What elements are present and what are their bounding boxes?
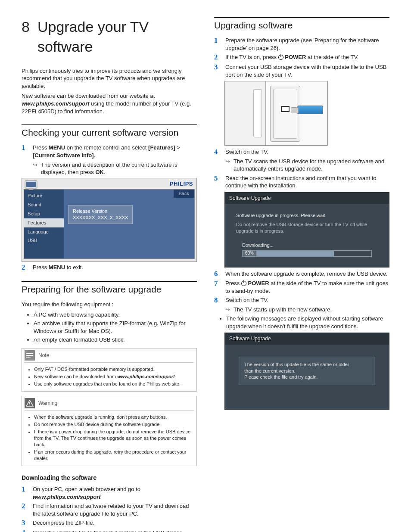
- step-number: 2: [22, 264, 28, 272]
- warning-label: Warning: [38, 400, 57, 407]
- software-upgrade-error-panel: Software Upgrade The version of this upd…: [224, 333, 389, 409]
- chapter-number: 8: [22, 17, 30, 37]
- svg-rect-2: [29, 189, 33, 190]
- svg-rect-1: [26, 182, 36, 187]
- chapter-title: 8 Upgrade your TV software: [22, 17, 197, 57]
- prep-bullets: A PC with web browsing capability. An ar…: [22, 311, 197, 344]
- menu-item-language: Language: [24, 227, 64, 236]
- chapter-title-text: Upgrade your TV software: [37, 17, 197, 57]
- release-version-tooltip: Release Version: XXXXXXX_XXX_X_XXXX: [68, 205, 133, 224]
- sw-panel-title: Software Upgrade: [225, 193, 389, 204]
- note-icon: [25, 350, 35, 361]
- tv-menu-sidebar: Picture Sound Setup Features Language US…: [24, 190, 64, 258]
- menu-item-setup: Setup: [24, 209, 64, 218]
- section-preparing: Preparing for the software upgrade: [22, 281, 197, 296]
- menu-item-sound: Sound: [24, 200, 64, 209]
- menu-item-usb: USB: [24, 236, 64, 245]
- power-icon: [278, 55, 283, 60]
- error-message: The version of this update file is the s…: [239, 357, 375, 386]
- upgrade-condition-bullet: The following messages are displayed wit…: [226, 315, 389, 330]
- warning-icon: [25, 398, 35, 408]
- warning-callout: Warning When the software upgrade is run…: [22, 396, 197, 466]
- result-arrow: The version and a description of the cur…: [33, 161, 197, 176]
- step-number: 1: [22, 144, 28, 152]
- progress-bar: 60%: [242, 250, 372, 257]
- note-label: Note: [38, 352, 49, 359]
- menu-item-features: Features: [24, 218, 64, 227]
- downloading-label: Downloading...: [242, 242, 372, 249]
- prep-intro: You require the following equipment :: [22, 301, 197, 308]
- progress-percent: 60%: [243, 251, 257, 256]
- tv-icon: [25, 180, 39, 190]
- section-upgrading: Upgrading software: [214, 17, 389, 31]
- software-upgrade-progress-panel: Software Upgrade Software upgrade in pro…: [224, 192, 389, 268]
- intro-p2: New software can be downloaded from our …: [22, 92, 197, 115]
- section-downloading: Downloading the software: [22, 474, 197, 482]
- note-callout: Note Only FAT / DOS-formatted portable m…: [22, 348, 197, 392]
- svg-rect-8: [29, 405, 30, 406]
- svg-rect-4: [26, 355, 33, 356]
- sw-panel-title: Software Upgrade: [225, 333, 389, 344]
- intro-p1: Philips continuously tries to improve it…: [22, 67, 197, 90]
- support-url: www.philips.com/support: [22, 100, 90, 107]
- section-check-version: Checking your current software version: [22, 124, 197, 139]
- svg-rect-3: [26, 353, 33, 354]
- philips-logo: PHILIPS: [170, 180, 193, 187]
- menu-item-picture: Picture: [24, 191, 64, 200]
- usb-connection-diagram: [224, 81, 328, 146]
- svg-rect-7: [29, 402, 30, 404]
- svg-rect-5: [26, 357, 31, 358]
- tv-menu-screenshot: PHILIPS Picture Sound Setup Features Lan…: [22, 178, 197, 262]
- tv-back-button: Back: [174, 190, 194, 198]
- power-icon: [241, 281, 246, 286]
